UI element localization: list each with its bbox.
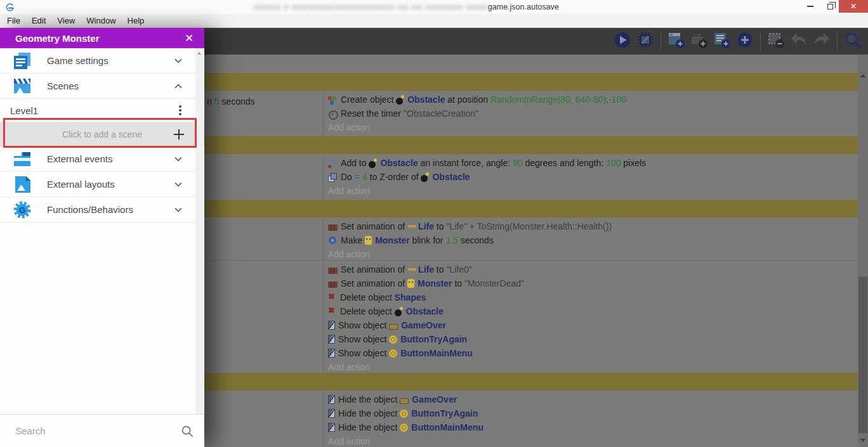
add-comment-icon [713,30,732,52]
event-action-line[interactable]: Hide the object ButtonMainMenu [328,420,858,434]
add-action-button[interactable]: Add action [328,360,858,374]
actions-column: Set animation of Life to "Life" + ToStri… [324,219,858,260]
search-button[interactable] [841,30,864,53]
bomb-icon [396,95,404,105]
add-action-label: Add action [328,436,370,446]
toolbar-separator [661,32,661,50]
debug-button[interactable] [634,30,657,53]
window-title-tail: game.json.autosave [488,3,559,11]
event-action-line[interactable]: Create object Obstacle at position Rando… [328,93,858,107]
search-bar [0,414,204,447]
scenes-icon [11,75,33,97]
event-condition-line[interactable]: n 5 seconds [207,94,255,108]
svg-text:G: G [19,205,25,215]
sheet-scrollbar [858,55,868,447]
blink-icon [328,236,338,245]
object-name: Obstacle [406,306,444,316]
event-action-line[interactable]: Delete object Shapes [328,290,858,304]
add-subevent-icon [690,30,709,52]
visibility-icon [328,409,335,418]
event-action-line[interactable]: Delete object Obstacle [328,304,858,318]
add-circle-button[interactable] [733,30,756,53]
parameter-value: 5 [214,96,220,107]
object-name: ButtonTryAgain [411,408,478,418]
action-text: "Life0" [446,264,471,275]
menu-item-edit[interactable]: Edit [26,14,51,27]
monster-icon [407,279,414,288]
add-action-button[interactable]: Add action [328,184,858,198]
menu-item-window[interactable]: Window [81,14,121,27]
scrollbar-thumb[interactable] [858,276,867,433]
parameter-value: 90 [513,158,523,168]
chevron-down-icon [173,179,184,190]
drawer-item-external-events[interactable]: External events [0,146,204,172]
external-events-icon [11,148,33,170]
delete-event-button[interactable] [765,30,787,53]
actions-column: Hide the object GameOverHide the object … [324,392,858,447]
menu-item-file[interactable]: File [1,14,26,27]
close-drawer-button[interactable]: ✕ [183,32,195,44]
add-action-button[interactable]: Add action [328,434,858,447]
scroll-down-icon[interactable] [860,439,865,442]
action-text: Delete object [340,292,395,302]
kebab-menu-icon[interactable] [179,109,181,112]
event-action-line[interactable]: Set animation of Monster to "MonsterDead… [328,276,858,290]
play-button[interactable] [611,30,634,53]
minimize-icon [807,6,813,7]
minimize-button[interactable] [798,0,822,13]
scene-item-level1[interactable]: Level1 [0,99,204,122]
event-action-line[interactable]: Set animation of Life to "Life0" [328,262,858,276]
restore-button[interactable] [822,0,839,13]
add-action-button[interactable]: Add action [328,120,858,134]
event-action-line[interactable]: Hide the object GameOver [328,392,858,406]
menu-item-help[interactable]: Help [122,14,150,27]
menu-item-view[interactable]: View [51,14,81,27]
drawer-item-functions-behaviors[interactable]: GFunctions/Behaviors [0,197,204,223]
add-scene-button[interactable]: Click to add a scene [0,122,204,146]
action-text: Add to [341,158,369,168]
drawer-scrollbar [195,48,204,434]
scroll-up-icon[interactable] [197,52,201,55]
event-action-line[interactable]: Hide the object ButtonTryAgain [328,406,858,420]
undo-icon [789,30,808,52]
event-action-line[interactable]: Add to Obstacle an instant force, angle:… [328,156,858,170]
action-text: seconds [219,96,254,107]
add-event-button[interactable] [665,30,688,53]
scroll-up-icon[interactable] [860,74,865,77]
search-icon [843,30,862,52]
action-text: Make [341,235,365,245]
drawer-sections-top: Game settingsScenes [0,48,204,99]
drawer-item-label: Scenes [47,81,79,91]
button-icon [400,410,408,418]
object-name: Obstacle [432,172,470,182]
window-title-redacted: ●●●●● ● ●●●●●●●●●●●●●●●●●●● ●● ●● ●●●●●●… [254,3,488,11]
debug-icon [636,30,655,52]
animation-icon [328,268,338,274]
event-action-line[interactable]: Do = 4 to Z-order of Obstacle [328,170,858,184]
drawer-sections-bottom: External eventsExternal layoutsGFunction… [0,146,204,223]
event-action-line[interactable]: Show object GameOver [328,318,858,332]
drawer-item-scenes[interactable]: Scenes [0,74,204,99]
redo-button[interactable] [810,30,833,53]
drawer-item-game-settings[interactable]: Game settings [0,48,204,74]
event-action-line[interactable]: Show object ButtonTryAgain [328,332,858,346]
add-subevent-button[interactable] [688,30,711,53]
event-action-line[interactable]: Show object ButtonMainMenu [328,346,858,360]
visibility-icon [328,335,335,344]
event-action-line[interactable]: Make Monster blink for 1.5 seconds [328,233,858,247]
event-action-line[interactable]: Reset the timer "ObstacleCreation" [328,107,858,120]
close-window-button[interactable]: ✕ [839,0,868,13]
add-comment-button[interactable] [711,30,733,53]
add-event-icon [667,30,686,52]
drawer-item-label: Game settings [47,55,109,66]
add-action-button[interactable]: Add action [328,247,858,261]
event-action-line[interactable]: Set animation of Life to "Life" + ToStri… [328,219,858,233]
add-action-label: Add action [328,362,370,372]
search-input[interactable] [0,425,180,436]
drawer-item-external-layouts[interactable]: External layouts [0,172,204,197]
action-text: seconds [458,235,494,245]
object-name: Obstacle [380,158,418,168]
visibility-icon [328,395,335,404]
add-circle-icon [735,30,754,52]
undo-button[interactable] [787,30,810,53]
